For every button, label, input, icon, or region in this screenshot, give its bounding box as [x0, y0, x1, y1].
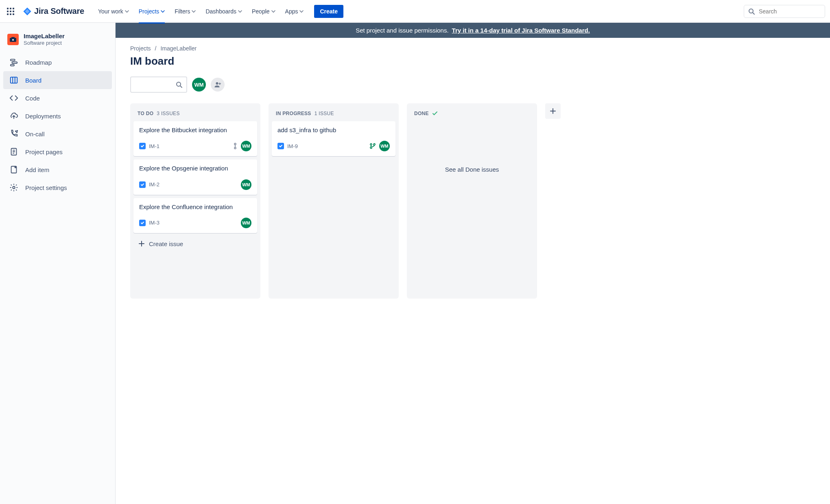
upgrade-banner: Set project and issue permissions. Try i…	[116, 23, 830, 38]
sidebar-item-deployments[interactable]: Deployments	[3, 107, 112, 125]
banner-link[interactable]: Try it in a 14-day trial of Jira Softwar…	[452, 27, 590, 34]
board-search[interactable]	[130, 76, 187, 93]
chevron-down-icon	[271, 9, 275, 13]
board-icon	[9, 75, 19, 85]
global-search-input[interactable]	[758, 8, 815, 15]
svg-point-28	[374, 144, 375, 145]
add-page-icon	[9, 165, 19, 175]
column-done: DONE See all Done issues	[407, 103, 537, 299]
chevron-down-icon	[125, 9, 129, 13]
task-type-icon	[139, 220, 146, 226]
add-column-button[interactable]	[545, 103, 561, 119]
task-type-icon	[139, 143, 146, 149]
column-header[interactable]: DONE	[410, 109, 534, 121]
task-type-icon	[277, 143, 284, 149]
create-button[interactable]: Create	[314, 5, 343, 18]
column-header[interactable]: TO DO 3 ISSUES	[133, 109, 257, 121]
top-nav: Jira Software Your work Projects Filters…	[0, 0, 830, 23]
sidebar-item-pages[interactable]: Project pages	[3, 143, 112, 161]
breadcrumb: Projects / ImageLabeller	[130, 45, 830, 52]
chevron-down-icon	[238, 9, 242, 13]
assignee-avatar: WM	[241, 141, 251, 151]
nav-your-work[interactable]: Your work	[94, 5, 133, 18]
svg-rect-14	[12, 62, 17, 63]
issue-card[interactable]: add s3_infra to github IM-9 WM	[272, 121, 395, 156]
svg-point-19	[17, 131, 17, 131]
sidebar-item-roadmap[interactable]: Roadmap	[3, 53, 112, 71]
assignee-filter-avatar[interactable]: WM	[192, 78, 206, 92]
sidebar-item-label: Deployments	[25, 113, 61, 120]
issue-key: IM-1	[149, 143, 159, 149]
page-title: IM board	[130, 55, 830, 68]
sidebar-item-label: Add item	[25, 166, 49, 173]
sidebar-item-code[interactable]: Code	[3, 89, 112, 107]
svg-point-18	[16, 132, 17, 133]
project-header[interactable]: ImageLabeller Software project	[3, 31, 112, 53]
svg-rect-8	[13, 13, 14, 15]
issue-card[interactable]: Explore the Bitbucket integration IM-1 W…	[133, 121, 257, 156]
svg-point-17	[15, 131, 16, 132]
assignee-avatar: WM	[379, 141, 390, 151]
sidebar-item-settings[interactable]: Project settings	[3, 179, 112, 196]
breadcrumb-root[interactable]: Projects	[130, 45, 151, 52]
nav-projects[interactable]: Projects	[135, 5, 169, 18]
column-header[interactable]: IN PROGRESS 1 ISSUE	[272, 109, 395, 121]
project-type: Software project	[24, 40, 65, 46]
jira-logo[interactable]: Jira Software	[20, 7, 87, 16]
svg-point-12	[12, 39, 14, 41]
logo-text: Jira Software	[34, 7, 84, 16]
search-icon	[176, 81, 182, 88]
svg-point-29	[370, 147, 372, 148]
svg-point-27	[370, 144, 372, 145]
sidebar-item-label: Roadmap	[25, 59, 52, 66]
cloud-upload-icon	[9, 111, 19, 121]
issue-key: IM-9	[287, 143, 298, 149]
project-sidebar: ImageLabeller Software project Roadmap B…	[0, 23, 116, 504]
svg-rect-0	[7, 8, 9, 9]
branch-icon	[369, 143, 376, 149]
column-inprogress: IN PROGRESS 1 ISSUE add s3_infra to gith…	[269, 103, 399, 299]
nav-apps[interactable]: Apps	[281, 5, 308, 18]
nav-filters[interactable]: Filters	[170, 5, 200, 18]
sidebar-item-board[interactable]: Board	[3, 71, 112, 89]
check-icon	[432, 111, 438, 116]
see-all-done-link[interactable]: See all Done issues	[410, 121, 534, 173]
task-type-icon	[139, 181, 146, 188]
sidebar-item-label: Project settings	[25, 184, 67, 191]
card-title: add s3_infra to github	[277, 126, 390, 134]
nav-dashboards[interactable]: Dashboards	[201, 5, 246, 18]
add-people-button[interactable]	[211, 78, 225, 92]
create-issue-button[interactable]: Create issue	[133, 236, 257, 251]
nav-people[interactable]: People	[248, 5, 280, 18]
sidebar-item-label: Project pages	[25, 148, 63, 155]
issue-card[interactable]: Explore the Confluence integration IM-3 …	[133, 198, 257, 233]
main-content: Set project and issue permissions. Try i…	[116, 23, 830, 504]
svg-point-24	[216, 82, 218, 85]
issue-card[interactable]: Explore the Opsgenie integration IM-2 WM	[133, 159, 257, 194]
search-icon	[748, 8, 755, 15]
plus-icon	[549, 107, 557, 115]
plus-icon	[138, 240, 145, 247]
card-title: Explore the Confluence integration	[139, 203, 251, 211]
chevron-down-icon	[161, 9, 165, 13]
app-switcher-icon[interactable]	[5, 6, 16, 17]
banner-text: Set project and issue permissions.	[356, 27, 448, 34]
priority-icon	[233, 143, 238, 149]
sidebar-item-add[interactable]: Add item	[3, 161, 112, 179]
sidebar-item-oncall[interactable]: On-call	[3, 125, 112, 143]
add-person-icon	[214, 81, 221, 88]
svg-point-22	[13, 186, 15, 189]
breadcrumb-current[interactable]: ImageLabeller	[160, 45, 197, 52]
issue-key: IM-2	[149, 181, 159, 188]
column-todo: TO DO 3 ISSUES Explore the Bitbucket int…	[130, 103, 260, 299]
card-title: Explore the Opsgenie integration	[139, 164, 251, 172]
global-search[interactable]	[744, 5, 825, 18]
sidebar-item-label: Code	[25, 95, 40, 102]
svg-rect-2	[13, 8, 14, 9]
svg-rect-6	[7, 13, 9, 15]
assignee-avatar: WM	[241, 179, 251, 190]
svg-point-25	[234, 143, 236, 145]
svg-rect-13	[11, 59, 15, 61]
svg-rect-5	[13, 11, 14, 12]
primary-nav: Your work Projects Filters Dashboards Pe…	[94, 5, 343, 18]
